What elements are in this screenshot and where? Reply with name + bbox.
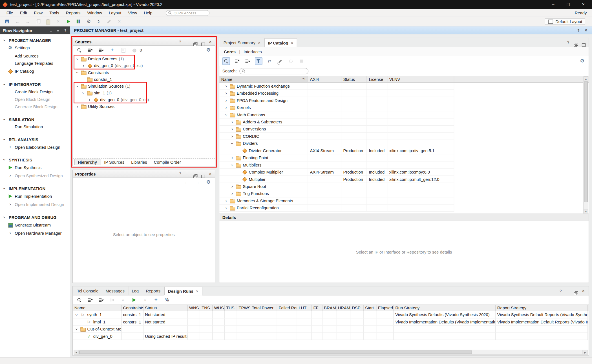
column-header-run-strategy[interactable]: Run Strategy [394, 305, 496, 311]
properties-settings-button[interactable] [205, 179, 212, 186]
column-header-license[interactable]: License [367, 76, 387, 82]
help-icon[interactable] [566, 40, 571, 45]
ip-search-input[interactable] [239, 68, 308, 74]
chevron-right-icon[interactable] [224, 198, 228, 203]
chevron-down-icon[interactable] [2, 117, 7, 122]
expand-all-button[interactable] [98, 297, 105, 303]
source-tree-item[interactable]: div_gen_0(div_gen_0.xci) [73, 96, 215, 103]
chevron-right-icon[interactable] [8, 173, 13, 178]
column-header-status[interactable]: Status [341, 76, 367, 82]
column-header-status[interactable]: Status [143, 305, 188, 311]
chevron-right-icon[interactable] [230, 126, 235, 131]
chevron-down-icon[interactable] [75, 84, 80, 88]
column-header-start[interactable]: Start [364, 305, 377, 311]
design-run-row[interactable]: div_gen_0Using cached IP results [73, 333, 588, 340]
minimize-icon[interactable] [185, 40, 190, 44]
dock-icon[interactable] [49, 28, 53, 32]
menu-window[interactable]: Window [84, 10, 106, 16]
scrollbar-thumb[interactable] [79, 350, 472, 354]
source-tree-item[interactable]: constrs_1 [73, 76, 215, 83]
wrench-button[interactable] [277, 57, 284, 64]
ip-catalog-row[interactable]: Multipliers [219, 161, 589, 168]
plus-button[interactable] [153, 297, 159, 303]
tab-design-runs[interactable]: Design Runs× [164, 287, 202, 296]
gear-button[interactable] [85, 18, 92, 25]
close-icon[interactable] [584, 28, 588, 33]
chevron-down-icon[interactable] [2, 137, 7, 142]
search-button[interactable] [76, 47, 83, 54]
search-button[interactable] [76, 297, 83, 303]
scroll-down-button[interactable] [584, 209, 588, 214]
column-header-failed-routes[interactable]: Failed Routes [277, 305, 297, 311]
expand-all-button[interactable] [244, 57, 251, 64]
menu-reports[interactable]: Reports [63, 10, 84, 16]
ip-catalog-row[interactable]: Dividers [219, 140, 589, 147]
chevron-right-icon[interactable] [230, 119, 235, 124]
chevron-right-icon[interactable] [75, 104, 80, 109]
source-tree-item[interactable]: Constraints [73, 69, 215, 76]
flow-item-generate-block-design[interactable]: Generate Block Design [0, 103, 70, 111]
flow-item-open-implemented-design[interactable]: Open Implemented Design [0, 200, 70, 208]
menu-flow[interactable]: Flow [30, 10, 46, 16]
chevron-right-icon[interactable] [224, 205, 228, 210]
flow-button[interactable] [75, 18, 82, 25]
column-header-axi4[interactable]: AXI4 [308, 76, 341, 82]
horizontal-scrollbar[interactable] [74, 350, 588, 355]
menu-help[interactable]: Help [140, 10, 156, 16]
percent-button[interactable] [164, 297, 170, 303]
chevron-right-icon[interactable] [224, 98, 228, 103]
vertical-scrollbar[interactable] [583, 76, 588, 214]
chevron-down-icon[interactable] [74, 327, 79, 331]
help-icon[interactable] [178, 40, 182, 44]
close-icon[interactable]: × [291, 41, 293, 45]
chevron-right-icon[interactable] [224, 84, 228, 88]
scroll-left-button[interactable] [74, 350, 79, 354]
source-tree-item[interactable]: Utility Sources [73, 103, 215, 110]
help-icon[interactable] [558, 289, 563, 293]
filter-button[interactable] [255, 57, 262, 65]
column-header-whs[interactable]: WHS [213, 305, 225, 311]
chevron-right-icon[interactable] [224, 105, 228, 110]
design-run-row[interactable]: Out-of-Context Module Runs [73, 326, 588, 333]
flow-section-header[interactable]: PROGRAM AND DEBUG [0, 214, 70, 221]
chevron-right-icon[interactable] [230, 155, 235, 160]
chevron-down-icon[interactable] [2, 157, 7, 162]
design-run-row[interactable]: synth_1constrs_1Not startedVivado Synthe… [73, 311, 588, 318]
chevron-down-icon[interactable] [224, 112, 229, 117]
expand-all-button[interactable] [98, 47, 105, 54]
column-header-uram[interactable]: URAM [336, 305, 350, 311]
column-header-vlnv[interactable]: VLNV [387, 76, 454, 82]
close-button[interactable] [581, 2, 586, 7]
flow-item-generate-bitstream[interactable]: Generate Bitstream [0, 221, 70, 229]
sources-tab-compile-order[interactable]: Compile Order [151, 159, 184, 165]
search-button[interactable] [222, 57, 230, 65]
flow-section-header[interactable]: IP INTEGRATOR [0, 81, 70, 88]
sigma-button[interactable] [96, 18, 102, 25]
close-icon[interactable]: × [196, 289, 198, 293]
chevron-right-icon[interactable] [230, 134, 235, 139]
ip-catalog-row[interactable]: Trig Functions [219, 190, 589, 197]
chevron-right-icon[interactable] [224, 91, 228, 96]
ip-catalog-row[interactable]: Complex MultiplierAXI4-StreamProductionI… [219, 169, 589, 176]
chevron-right-icon[interactable] [230, 184, 235, 189]
column-header-ths[interactable]: THS [225, 305, 237, 311]
column-header-tpws[interactable]: TPWS [237, 305, 250, 311]
menu-tools[interactable]: Tools [46, 10, 63, 16]
flow-section-header[interactable]: SYNTHESIS [0, 156, 70, 163]
scrollbar-thumb[interactable] [584, 81, 588, 202]
tab-ip-catalog[interactable]: IP Catalog× [264, 39, 297, 47]
sources-settings-button[interactable] [205, 47, 212, 54]
play-button[interactable] [65, 18, 72, 25]
ip-catalog-row[interactable]: MultiplierProductionIncludedxilinx.com:i… [219, 176, 589, 183]
help-icon[interactable] [178, 172, 182, 176]
flow-item-add-sources[interactable]: Add Sources [0, 52, 70, 60]
tab-messages[interactable]: Messages [102, 287, 129, 295]
close-icon[interactable] [208, 39, 213, 45]
flow-item-create-block-design[interactable]: Create Block Design [0, 88, 70, 96]
flow-item-language-templates[interactable]: Language Templates [0, 60, 70, 67]
chevron-down-icon[interactable] [2, 38, 7, 43]
quick-access-search[interactable]: Quick Access [165, 10, 209, 15]
menu-view[interactable]: View [125, 10, 140, 16]
flow-item-run-synthesis[interactable]: Run Synthesis [0, 163, 70, 172]
minimize-button[interactable] [551, 2, 556, 7]
